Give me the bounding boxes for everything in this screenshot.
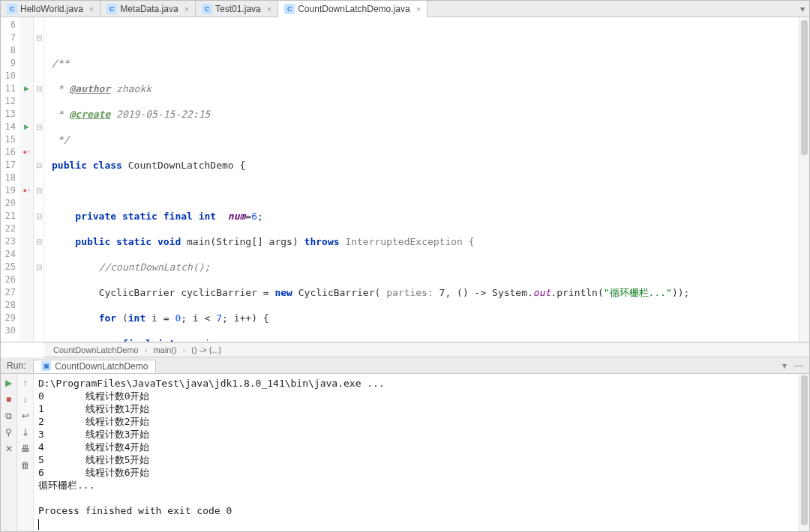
- scroll-to-end-icon[interactable]: ⤓: [20, 426, 32, 438]
- hide-panel-icon[interactable]: —: [794, 360, 803, 371]
- run-config-name: CountDownLatchDemo: [55, 361, 148, 372]
- tab-test01[interactable]: C Test01.java ×: [196, 1, 278, 16]
- close-icon[interactable]: ✕: [3, 443, 15, 455]
- editor-area: 6789101112131415161718192021222324252627…: [1, 17, 809, 342]
- application-icon: ▣: [41, 361, 51, 371]
- chevron-right-icon: ›: [183, 345, 186, 354]
- tab-helloworld[interactable]: C HelloWorld.java ×: [1, 1, 100, 16]
- tabs-dropdown-icon[interactable]: ▾: [796, 1, 809, 16]
- tab-label: HelloWorld.java: [20, 4, 83, 14]
- breadcrumb-method[interactable]: main(): [153, 345, 176, 354]
- editor-tabstrip: C HelloWorld.java × C MetaData.java × C …: [1, 1, 809, 17]
- tab-metadata[interactable]: C MetaData.java ×: [100, 1, 196, 16]
- java-class-icon: C: [106, 4, 117, 14]
- code-editor[interactable]: /** * @author zhaokk * @create 2019-05-1…: [44, 17, 799, 342]
- clear-icon[interactable]: 🗑: [20, 459, 32, 471]
- tab-label: Test01.java: [215, 4, 261, 14]
- ide-window: C HelloWorld.java × C MetaData.java × C …: [0, 0, 810, 532]
- chevron-right-icon: ›: [145, 345, 148, 354]
- breadcrumb[interactable]: CountDownLatchDemo › main() › () -> {...…: [44, 342, 809, 357]
- close-icon[interactable]: ×: [89, 4, 94, 13]
- scrollbar-thumb[interactable]: [801, 375, 808, 525]
- soft-wrap-icon[interactable]: ↩: [20, 410, 32, 422]
- close-icon[interactable]: ×: [267, 4, 272, 13]
- tab-countdownlatchdemo[interactable]: C CountDownLatchDemo.java ×: [278, 1, 428, 17]
- run-toolwindow-header: Run: ▣ CountDownLatchDemo ▾ —: [1, 357, 809, 374]
- console-vertical-scrollbar[interactable]: [799, 374, 809, 531]
- breadcrumb-lambda[interactable]: () -> {...}: [191, 345, 221, 354]
- layout-icon[interactable]: ⧉: [3, 410, 15, 422]
- breadcrumb-class[interactable]: CountDownLatchDemo: [53, 345, 139, 354]
- rerun-icon[interactable]: ▶: [3, 377, 15, 389]
- print-icon[interactable]: 🖶: [20, 443, 32, 455]
- java-class-icon: C: [202, 4, 212, 14]
- java-class-icon: C: [7, 4, 17, 14]
- console-toolbar: ↑ ↓ ↩ ⤓ 🖶 🗑: [17, 374, 34, 531]
- line-number-gutter: 6789101112131415161718192021222324252627…: [1, 17, 20, 342]
- marker-gutter[interactable]: ▶▶●↑●↑: [20, 17, 34, 342]
- run-config-tab[interactable]: ▣ CountDownLatchDemo: [33, 360, 156, 373]
- run-label: Run:: [7, 360, 26, 371]
- fold-gutter[interactable]: ⊟⊟⊟⊟⊟⊟⊟⊟: [34, 17, 44, 342]
- tab-label: CountDownLatchDemo.java: [298, 4, 410, 14]
- editor-vertical-scrollbar[interactable]: [799, 17, 809, 342]
- java-class-icon: C: [284, 4, 295, 14]
- down-arrow-icon[interactable]: ↓: [20, 393, 32, 405]
- run-toolbar-left: ▶ ■ ⧉ ⚲ ✕: [1, 374, 17, 531]
- close-icon[interactable]: ×: [416, 4, 421, 13]
- up-arrow-icon[interactable]: ↑: [20, 377, 32, 389]
- scrollbar-thumb[interactable]: [801, 20, 808, 155]
- pin-icon[interactable]: ⚲: [3, 426, 15, 438]
- close-icon[interactable]: ×: [184, 4, 189, 13]
- tab-label: MetaData.java: [120, 4, 178, 14]
- console-output[interactable]: D:\ProgramFiles\JavaTest\java\jdk1.8.0_1…: [34, 374, 799, 531]
- javadoc-open: /**: [52, 58, 69, 69]
- run-settings-icon[interactable]: ▾: [782, 360, 787, 371]
- stop-icon[interactable]: ■: [3, 393, 15, 405]
- run-console-area: ▶ ■ ⧉ ⚲ ✕ ↑ ↓ ↩ ⤓ 🖶 🗑 D:\ProgramFiles\Ja…: [1, 374, 809, 531]
